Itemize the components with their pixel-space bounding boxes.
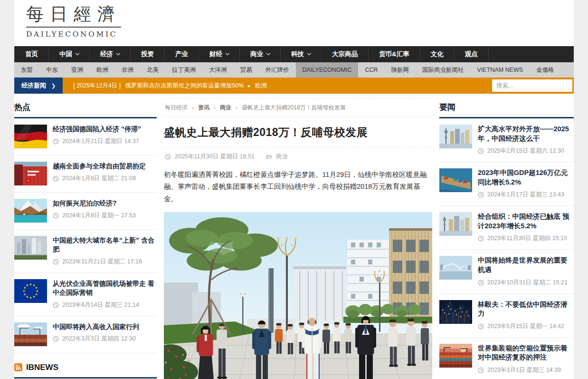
clock-icon xyxy=(478,367,484,373)
nav-item-tech[interactable]: 科技 xyxy=(281,46,322,62)
news-title[interactable]: 2023年中国GDP超126万亿元 同比增长5.2% xyxy=(478,168,574,187)
chevron-down-icon xyxy=(116,51,120,55)
nav-item-home[interactable]: 首页 xyxy=(14,46,49,62)
nepal-lake-thumbnail xyxy=(14,199,47,223)
subnav-gold-price[interactable]: 金価格 xyxy=(530,62,561,78)
containers-dusk-thumbnail xyxy=(439,344,472,368)
list-item[interactable]: 经济强国德国陷入经济 “停滞” 2024年1月21日 星期日 14:37 xyxy=(14,118,157,155)
top-news-heading: 要闻 xyxy=(439,98,574,118)
breadcrumb-news[interactable]: 资讯 xyxy=(198,104,209,112)
hot-topics-heading: 热点 xyxy=(14,98,157,118)
clock-icon xyxy=(53,302,59,308)
subnav-oceania[interactable]: 大洋洲 xyxy=(202,62,234,78)
nav-item-currency[interactable]: 货币&汇率 xyxy=(369,46,420,62)
news-date: 2022年3月3日 星期四 12:30 xyxy=(53,335,157,343)
nav-item-finance[interactable]: 财经 xyxy=(199,46,240,62)
nav-item-economy[interactable]: 经济 xyxy=(90,46,131,62)
ticker-date: [ 2025年12月4日 ] xyxy=(73,82,121,90)
rss-icon xyxy=(14,363,22,371)
article-paragraph: 初冬暖阳遍洒菁菁校园，橘红橙黄点缀学子追梦路。11月29日，仙桃中学南校区暖意融… xyxy=(164,169,432,205)
subnav-trade[interactable]: 贸易 xyxy=(234,62,259,78)
clock-icon xyxy=(53,175,59,182)
subnav-ccr[interactable]: CCR xyxy=(358,62,384,78)
clock-icon xyxy=(53,138,59,145)
subnav-ibn-agency[interactable]: 国际商业新闻社 xyxy=(416,62,471,78)
list-item[interactable]: 中国超大特大城市名单“上新” 含合肥 2023年11月21日 星期二 17:16 xyxy=(14,230,157,273)
ticker-headline[interactable]: [ 2025年12月4日 ] 俄罗斯和吉尔吉斯斯坦之间的客运量增加50% ▸ 欧… xyxy=(73,82,267,90)
breadcrumb-business[interactable]: 商业 xyxy=(220,104,231,112)
subnav-africa[interactable]: 非洲 xyxy=(115,62,140,78)
search-box xyxy=(492,79,572,92)
shanghai-skyline-thumbnail xyxy=(439,125,472,148)
list-item[interactable]: 世界集装箱的空箱位置预示着对中国经济复苏的押注 2023年3月1日 星期三 14… xyxy=(439,338,574,379)
clock-icon xyxy=(478,323,484,330)
nav-item-business[interactable]: 商业 xyxy=(240,46,281,62)
list-item[interactable]: 中国即将跨入高收入国家行列 2022年3月3日 星期四 12:30 xyxy=(14,316,157,353)
page: 每日經濟 DAILYECONOMIC 首页 中国 经济 投资 产业 财经 商业 … xyxy=(14,0,574,379)
nav-item-china[interactable]: 中国 xyxy=(49,46,90,62)
list-item[interactable]: 越南全面参与全球自由贸易协定 2024年1月9日 星期二 21:09 xyxy=(14,155,157,193)
article-column: 每日经济 › 资讯 › 商业 › 盛帆史上最大捐赠2018万！反哺母校发展 盛帆… xyxy=(164,98,432,379)
news-title[interactable]: 中国超大特大城市名单“上新” 含合肥 xyxy=(53,236,157,254)
news-title[interactable]: 经合组织：中国经济已触底 预计2023年增长5.2% xyxy=(478,212,574,231)
article-meta: 2025年11月30日 星期日 16:51 商业 xyxy=(164,147,432,165)
news-title[interactable]: 中国即将跨入高收入国家行列 xyxy=(53,322,157,331)
ticker-label[interactable]: 经济新闻 ❯ xyxy=(14,78,63,94)
ticker-category[interactable]: 欧洲 xyxy=(255,82,267,90)
breadcrumb: 每日经济 › 资讯 › 商业 › 盛帆史上最大捐赠2018万！反哺母校发展 xyxy=(164,98,432,117)
clock-icon xyxy=(478,192,484,198)
vietnam-containers-thumbnail xyxy=(14,162,47,185)
breadcrumb-separator: › xyxy=(192,105,194,111)
breadcrumb-current: 盛帆史上最大捐赠2018万！反哺母校发展 xyxy=(242,104,346,112)
news-date: 2025年2月15日 星期六 12:30 xyxy=(478,147,574,155)
article-category[interactable]: 商业 xyxy=(276,153,288,161)
shanghai-skyline-thumbnail xyxy=(439,212,472,236)
list-item[interactable]: 林毅夫：不要低估中国经济潜力 2023年5月15日 星期一 14:42 xyxy=(439,294,574,338)
breadcrumb-separator: › xyxy=(214,105,216,111)
arrow-right-icon: ▸ xyxy=(248,83,251,89)
subnav-asia[interactable]: 亚洲 xyxy=(65,62,90,78)
list-item[interactable]: 从光伏企业高管德国机场被带走 看中企国际营销 2023年6月14日 星期三 21… xyxy=(14,273,157,316)
subnav-vietnam-news[interactable]: VIETNAM NEWS xyxy=(471,62,530,78)
news-title[interactable]: 如何振兴尼泊尔经济? xyxy=(53,199,157,208)
nav-item-industry[interactable]: 产业 xyxy=(165,46,199,62)
list-item[interactable]: 经合组织：中国经济已触底 预计2023年增长5.2% 2023年11月30日 星… xyxy=(439,206,574,250)
nav-item-commodities[interactable]: 大宗商品 xyxy=(322,46,369,62)
news-title[interactable]: 经济强国德国陷入经济 “停滞” xyxy=(53,125,157,134)
nav-item-culture[interactable]: 文化 xyxy=(420,46,455,62)
site-logo[interactable]: 每日經濟 DAILYECONOMIC xyxy=(26,4,121,39)
news-date: 2024年1月9日 星期二 21:09 xyxy=(53,175,157,183)
news-title[interactable]: 越南全面参与全球自由贸易协定 xyxy=(53,162,157,171)
eu-flag-thumbnail xyxy=(14,279,47,303)
nav-item-opinion[interactable]: 观点 xyxy=(455,46,489,62)
breadcrumb-home[interactable]: 每日经济 xyxy=(165,104,188,112)
content: 热点 经济强国德国陷入经济 “停滞” 2024年1月21日 星期日 14:37 xyxy=(14,94,574,379)
list-item[interactable]: 2023年中国GDP超126万亿元 同比增长5.2% 2024年1月17日 星期… xyxy=(439,162,574,206)
feed-link-ibnews[interactable]: IBNEWS xyxy=(14,363,157,379)
subnav-namerica[interactable]: 北美 xyxy=(140,62,165,78)
news-date: 2023年11月30日 星期四 15:10 xyxy=(478,234,574,243)
subnav-shanxinet[interactable]: 陕新网 xyxy=(385,62,416,78)
news-title[interactable]: 世界集装箱的空箱位置预示着对中国经济复苏的押注 xyxy=(478,344,574,362)
nav-item-investment[interactable]: 投资 xyxy=(131,46,165,62)
subnav-europe[interactable]: 欧洲 xyxy=(90,62,115,78)
search-input[interactable] xyxy=(492,79,572,92)
list-item[interactable]: 扩大高水平对外开放——2025年，中国经济这么干 2025年2月15日 星期六 … xyxy=(439,118,574,162)
news-ticker: 经济新闻 ❯ [ 2025年12月4日 ] 俄罗斯和吉尔吉斯斯坦之间的客运量增加… xyxy=(14,78,574,94)
subnav-asean[interactable]: 东盟 xyxy=(14,62,39,78)
clock-icon xyxy=(478,148,484,154)
logo-chinese: 每日經濟 xyxy=(26,4,121,28)
list-item[interactable]: 中国将始终是世界发展的重要机遇 2023年10月31日 星期二 15:21 xyxy=(439,250,574,293)
subnav-latam[interactable]: 拉丁美洲 xyxy=(165,62,202,78)
news-date: 2024年1月17日 星期三 13:43 xyxy=(478,191,574,199)
ticker-title: 俄罗斯和吉尔吉斯斯坦之间的客运量增加50% xyxy=(125,82,244,90)
news-title[interactable]: 中国将始终是世界发展的重要机遇 xyxy=(478,256,574,274)
subnav-mideast[interactable]: 中东 xyxy=(39,62,65,78)
news-title[interactable]: 扩大高水平对外开放——2025年，中国经济这么干 xyxy=(478,125,574,143)
subnav-forex[interactable]: 外汇牌价 xyxy=(259,62,296,78)
list-item[interactable]: 如何振兴尼泊尔经济? 2024年1月8日 星期一 17:53 xyxy=(14,193,157,230)
clock-icon xyxy=(478,280,484,286)
news-title[interactable]: 林毅夫：不要低估中国经济潜力 xyxy=(478,300,574,319)
news-title[interactable]: 从光伏企业高管德国机场被带走 看中企国际营销 xyxy=(53,279,157,297)
subnav-dailyeconomic-active[interactable]: DAILYECONOMIC xyxy=(296,62,359,78)
